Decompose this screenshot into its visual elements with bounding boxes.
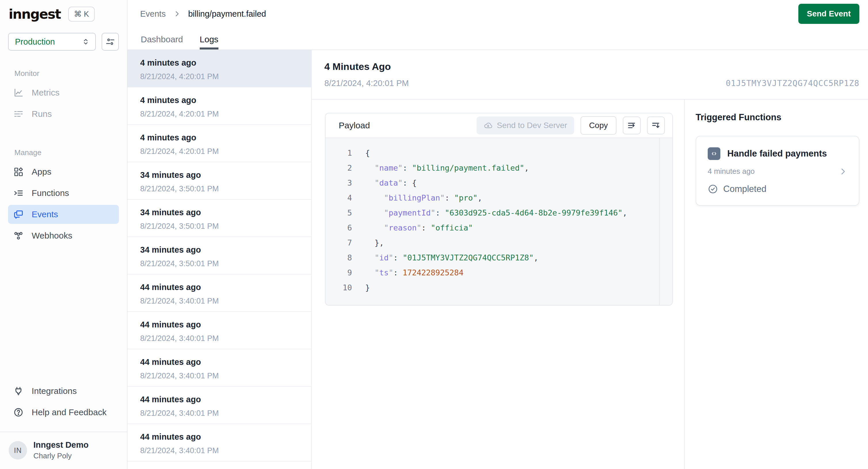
sidebar-item-metrics[interactable]: Metrics — [8, 83, 119, 102]
line-number: 7 — [326, 236, 352, 250]
event-timestamp: 8/21/2024, 3:50:01 PM — [140, 184, 311, 193]
tab-logs[interactable]: Logs — [200, 34, 218, 50]
event-list-item[interactable]: 34 minutes ago8/21/2024, 3:50:01 PM — [127, 237, 311, 275]
code-line: 3 "data": { — [326, 176, 672, 190]
metrics-icon — [13, 88, 24, 98]
event-list-item[interactable]: 44 minutes ago8/21/2024, 3:40:01 PM — [127, 275, 311, 312]
tab-dashboard[interactable]: Dashboard — [141, 34, 183, 50]
sidebar-item-label: Metrics — [32, 88, 60, 98]
sidebar-item-functions[interactable]: Functions — [8, 184, 119, 202]
event-list-item[interactable]: 44 minutes ago8/21/2024, 3:40:01 PM — [127, 387, 311, 424]
event-list-item[interactable]: 4 minutes ago8/21/2024, 4:20:01 PM — [127, 88, 311, 125]
event-list-item[interactable]: 44 minutes ago8/21/2024, 3:40:01 PM — [127, 349, 311, 387]
user-name: Inngest Demo — [33, 440, 89, 450]
event-list-item[interactable]: 34 minutes ago8/21/2024, 3:50:01 PM — [127, 200, 311, 237]
environment-selector[interactable]: Production — [8, 33, 96, 51]
event-list-item[interactable]: 34 minutes ago8/21/2024, 3:50:01 PM — [127, 162, 311, 200]
event-detail: 4 Minutes Ago 8/21/2024, 4:20:01 PM 01J5… — [312, 50, 868, 469]
breadcrumb-events-link[interactable]: Events — [140, 9, 166, 19]
sidebar-item-webhooks[interactable]: Webhooks — [8, 226, 119, 245]
function-status: Completed — [723, 184, 766, 194]
environment-settings-button[interactable] — [102, 33, 119, 51]
copy-button[interactable]: Copy — [581, 116, 617, 135]
line-number: 2 — [326, 161, 352, 176]
event-list-item[interactable]: 4 minutes ago8/21/2024, 4:20:01 PM — [127, 50, 311, 88]
code-line: 2 "name": "billing/payment.failed", — [326, 161, 672, 176]
environment-selector-value: Production — [15, 37, 55, 46]
line-number: 9 — [326, 265, 352, 280]
event-list-item[interactable]: 44 minutes ago8/21/2024, 3:40:01 PM — [127, 424, 311, 462]
function-code-icon — [708, 147, 720, 160]
payload-code-editor[interactable]: 1{2 "name": "billing/payment.failed",3 "… — [326, 138, 672, 305]
event-detail-timestamp: 8/21/2024, 4:20:01 PM — [324, 79, 409, 88]
event-list-item[interactable]: about 1 hour ago — [127, 462, 311, 469]
text-wrap-button[interactable] — [647, 117, 665, 134]
event-timestamp: 8/21/2024, 3:40:01 PM — [140, 296, 311, 306]
line-content: "data": { — [352, 176, 417, 190]
top-bar: Events billing/payment.failed Send Event… — [127, 0, 868, 50]
tab-bar: DashboardLogs — [127, 28, 868, 50]
event-relative-time: 44 minutes ago — [140, 283, 311, 292]
avatar: IN — [9, 441, 27, 460]
sidebar-item-label: Functions — [32, 188, 69, 198]
webhooks-icon — [13, 230, 24, 241]
event-relative-time: 4 minutes ago — [140, 58, 311, 68]
event-log-list: 4 minutes ago8/21/2024, 4:20:01 PM4 minu… — [127, 50, 312, 469]
sidebar-item-apps[interactable]: Apps — [8, 162, 119, 181]
event-timestamp: 8/21/2024, 4:20:01 PM — [140, 110, 311, 119]
apps-icon — [13, 166, 24, 177]
event-timestamp: 8/21/2024, 4:20:01 PM — [140, 147, 311, 156]
triggered-functions-panel: Triggered Functions Handle failed paymen… — [685, 99, 868, 469]
sidebar-item-runs[interactable]: Runs — [8, 104, 119, 123]
payload-section: Payload Send to Dev Server Copy — [312, 99, 684, 469]
check-circle-icon — [708, 184, 718, 194]
event-relative-time: 4 minutes ago — [140, 96, 311, 105]
code-line: 10} — [326, 280, 672, 295]
line-content: "billingPlan": "pro", — [352, 190, 482, 206]
sidebar-item-events[interactable]: Events — [8, 205, 119, 224]
sidebar-item-integrations[interactable]: Integrations — [8, 381, 119, 401]
line-number: 3 — [326, 176, 352, 190]
sidebar-item-label: Runs — [32, 109, 52, 119]
line-number: 4 — [326, 190, 352, 206]
event-detail-header: 4 Minutes Ago 8/21/2024, 4:20:01 PM 01J5… — [312, 50, 868, 99]
command-k-shortcut-badge[interactable]: ⌘ K — [68, 7, 95, 22]
event-timestamp: 8/21/2024, 3:40:01 PM — [140, 409, 311, 418]
code-line: 7 }, — [326, 236, 672, 250]
code-gutter-rule — [659, 138, 660, 305]
sidebar-item-help-and-feedback[interactable]: Help and Feedback — [8, 403, 119, 422]
inngest-logo[interactable]: inngest — [9, 6, 61, 22]
event-timestamp: 8/21/2024, 3:50:01 PM — [140, 259, 311, 268]
chevron-up-down-icon — [82, 37, 90, 46]
event-relative-time: 44 minutes ago — [140, 395, 311, 404]
line-content: { — [352, 146, 370, 161]
event-relative-time: 44 minutes ago — [140, 320, 311, 330]
user-menu[interactable]: IN Inngest Demo Charly Poly — [0, 432, 127, 469]
line-number: 6 — [326, 220, 352, 236]
send-event-button[interactable]: Send Event — [798, 4, 859, 24]
sidebar: inngest ⌘ K Production MonitorMetricsRun… — [0, 0, 127, 469]
code-line: 4 "billingPlan": "pro", — [326, 190, 672, 206]
text-nowrap-button[interactable] — [623, 117, 641, 134]
send-to-dev-server-button[interactable]: Send to Dev Server — [476, 117, 574, 134]
triggered-function-card[interactable]: Handle failed payments 4 minutes ago — [695, 136, 859, 206]
event-timestamp: 8/21/2024, 4:20:01 PM — [140, 72, 311, 81]
chevron-right-icon — [173, 10, 181, 18]
integrations-icon — [13, 386, 24, 396]
code-line: 1{ — [326, 146, 672, 161]
line-content: "ts": 1724228925284 — [352, 265, 463, 280]
event-list-item[interactable]: 44 minutes ago8/21/2024, 3:40:01 PM — [127, 312, 311, 349]
line-content: "id": "01J5TMY3VJTZ2QG74QCC5RP1Z8", — [352, 250, 538, 265]
event-relative-time: 34 minutes ago — [140, 208, 311, 217]
line-number: 8 — [326, 250, 352, 265]
code-line: 6 "reason": "officia" — [326, 220, 672, 236]
line-content: }, — [352, 236, 384, 250]
function-run-time: 4 minutes ago — [708, 167, 754, 176]
breadcrumb: Events billing/payment.failed Send Event — [127, 0, 868, 28]
event-relative-time: 4 minutes ago — [140, 133, 311, 143]
event-list-item[interactable]: 4 minutes ago8/21/2024, 4:20:01 PM — [127, 125, 311, 162]
code-line: 5 "paymentId": "6303d925-cda5-4d64-8b2e-… — [326, 206, 672, 220]
event-relative-time: 34 minutes ago — [140, 245, 311, 255]
line-content: "reason": "officia" — [352, 220, 473, 236]
functions-icon — [13, 188, 24, 198]
